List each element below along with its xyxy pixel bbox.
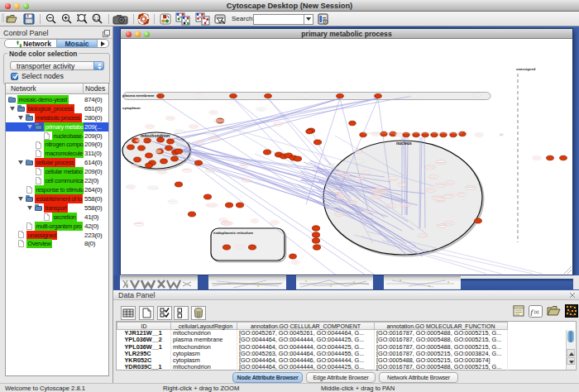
svg-text:cytoplasm: cytoplasm <box>122 106 141 110</box>
svg-text:1:1: 1:1 <box>93 16 99 21</box>
svg-text:(tx): (tx) <box>500 133 503 136</box>
svg-text:(x): (x) <box>534 309 539 314</box>
svg-text:nucleus: nucleus <box>396 141 412 146</box>
svg-text:mitochondrion: mitochondrion <box>141 133 170 138</box>
svg-text:endoplasmic reticulum: endoplasmic reticulum <box>213 231 253 235</box>
svg-text:unassigned: unassigned <box>516 67 536 71</box>
svg-text:plasma membrane: plasma membrane <box>122 93 155 98</box>
